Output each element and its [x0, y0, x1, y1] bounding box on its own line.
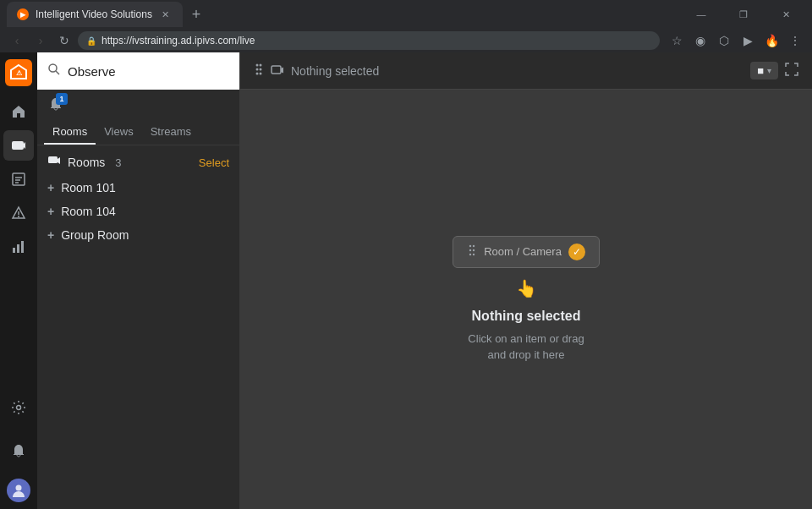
room-expand-icon-group: +	[47, 228, 54, 242]
sidebar: 1 Rooms Views Streams Rooms 3 Select + R…	[37, 52, 240, 509]
address-bar[interactable]: 🔒 https://ivstraining.ad.ipivs.com/live	[78, 31, 660, 50]
app-layout: ⚠	[0, 52, 812, 509]
app-nav: ⚠	[0, 52, 37, 509]
tab-rooms[interactable]: Rooms	[44, 120, 96, 145]
svg-rect-13	[17, 244, 19, 253]
svg-marker-21	[58, 157, 60, 164]
search-bar	[37, 52, 239, 90]
layout-button[interactable]: ■ ▾	[750, 62, 778, 79]
avatar[interactable]	[7, 479, 30, 502]
svg-point-35	[473, 254, 475, 255]
pointer-cursor-icon: 👆	[516, 278, 537, 298]
tab-close-btn[interactable]: ✕	[159, 8, 173, 21]
main-header-left: Nothing selected	[254, 63, 379, 79]
cursor-area: 👆	[516, 278, 537, 298]
nav-item-alerts[interactable]	[3, 198, 34, 228]
svg-marker-4	[24, 142, 25, 149]
main-header-right: ■ ▾	[750, 62, 798, 79]
room-name-104: Room 104	[61, 205, 116, 218]
extension3-icon[interactable]: ▶	[738, 30, 758, 51]
rooms-title: Rooms	[68, 156, 105, 169]
drop-zone-card: Room / Camera ✓ 👆 Nothing selected Click…	[453, 236, 600, 364]
nav-item-notifications[interactable]	[3, 436, 34, 467]
drag-dots-icon	[467, 244, 477, 256]
logo-icon: ⚠	[9, 63, 28, 82]
notification-icon[interactable]: 1	[44, 93, 68, 117]
settings-icon	[11, 400, 26, 415]
camera-nav-icon	[11, 138, 26, 153]
main-body: Room / Camera ✓ 👆 Nothing selected Click…	[240, 90, 812, 509]
notification-area: 1	[37, 90, 239, 120]
extension4-icon[interactable]: 🔥	[761, 30, 782, 51]
expand-button[interactable]	[785, 63, 798, 79]
new-tab-button[interactable]: +	[186, 4, 206, 25]
layout-icon: ■	[757, 64, 764, 77]
nav-item-home[interactable]	[3, 96, 34, 127]
svg-rect-28	[272, 66, 281, 74]
svg-rect-5	[13, 173, 25, 185]
forward-button[interactable]: ›	[30, 30, 51, 51]
room-item-group[interactable]: + Group Room	[47, 223, 229, 247]
layout-arrow-icon: ▾	[767, 66, 771, 75]
svg-point-17	[16, 485, 22, 491]
rooms-camera-icon	[47, 154, 61, 171]
avatar-icon	[9, 481, 28, 500]
nav-item-reports[interactable]	[3, 164, 34, 194]
svg-point-26	[256, 73, 259, 75]
reload-button[interactable]: ↻	[54, 30, 74, 51]
nav-item-analytics[interactable]	[3, 232, 34, 262]
nav-item-settings[interactable]	[3, 392, 34, 423]
menu-icon[interactable]: ⋮	[785, 30, 805, 51]
svg-rect-14	[21, 241, 24, 253]
bookmark-icon[interactable]: ☆	[667, 30, 687, 51]
svg-text:⚠: ⚠	[16, 69, 23, 77]
home-icon	[11, 104, 26, 119]
svg-line-19	[56, 71, 59, 74]
header-status-text: Nothing selected	[291, 64, 379, 78]
svg-point-23	[260, 64, 262, 67]
svg-point-27	[260, 73, 262, 75]
extension1-icon[interactable]: ◉	[690, 30, 710, 51]
reports-icon	[11, 172, 26, 187]
camera-small-icon	[47, 154, 61, 167]
svg-point-18	[49, 64, 57, 72]
rooms-header: Rooms 3 Select	[37, 145, 239, 176]
minimize-button[interactable]: —	[682, 2, 721, 27]
svg-point-25	[260, 68, 262, 71]
restore-button[interactable]: ❐	[724, 2, 763, 27]
svg-point-30	[469, 245, 471, 247]
svg-point-24	[256, 68, 259, 71]
bell-icon	[11, 444, 26, 459]
camera-header-icon	[271, 65, 284, 75]
nothing-selected-title: Nothing selected	[472, 309, 581, 324]
search-input[interactable]	[68, 64, 229, 79]
magnify-icon	[47, 63, 61, 76]
room-name-group: Group Room	[61, 228, 129, 242]
svg-point-11	[18, 216, 19, 217]
svg-rect-3	[12, 141, 24, 150]
tab-title: Intelligent Video Solutions	[36, 8, 152, 20]
app-logo: ⚠	[5, 59, 32, 86]
room-item-101[interactable]: + Room 101	[47, 176, 229, 200]
main-header: Nothing selected ■ ▾	[240, 52, 812, 90]
back-button[interactable]: ‹	[7, 30, 27, 51]
ssl-icon: 🔒	[86, 36, 96, 46]
sidebar-tabs: Rooms Views Streams	[37, 120, 239, 145]
room-name-101: Room 101	[61, 181, 116, 194]
svg-rect-20	[48, 156, 58, 163]
tab-streams[interactable]: Streams	[142, 120, 200, 145]
browser-nav-icons: ☆ ◉ ⬡ ▶ 🔥 ⋮	[667, 30, 805, 51]
svg-point-15	[17, 406, 21, 410]
rooms-select-button[interactable]: Select	[199, 156, 229, 169]
room-item-104[interactable]: + Room 104	[47, 200, 229, 223]
extension2-icon[interactable]: ⬡	[714, 30, 734, 51]
tab-views[interactable]: Views	[96, 120, 141, 145]
browser-tab[interactable]: ▶ Intelligent Video Solutions ✕	[7, 2, 183, 27]
room-camera-drop-target[interactable]: Room / Camera ✓	[453, 236, 600, 268]
title-bar: ▶ Intelligent Video Solutions ✕ + — ❐ ✕	[0, 0, 812, 29]
nav-bar: ‹ › ↻ 🔒 https://ivstraining.ad.ipivs.com…	[0, 29, 812, 52]
close-button[interactable]: ✕	[766, 2, 805, 27]
analytics-icon	[11, 239, 26, 254]
nav-item-observe[interactable]	[3, 130, 34, 161]
drag-handle-drop-icon	[467, 244, 477, 259]
